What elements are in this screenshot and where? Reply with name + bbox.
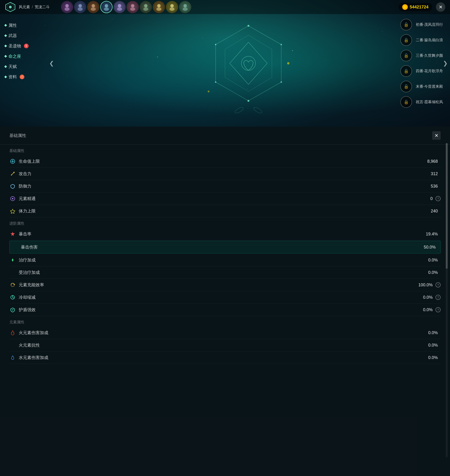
const-name-3: 三番·久世舞夕颜	[416, 53, 443, 58]
stat-row-shield: 护盾强效 0.0% ?	[9, 304, 441, 316]
stat-row-energy: 元素充能效率 100.0% ?	[9, 279, 441, 291]
stat-icon-stamina	[9, 208, 16, 214]
stat-value-em: 0	[430, 196, 433, 201]
constellation-item-3: 🔒 三番·久世舞夕颜	[400, 50, 443, 61]
stat-name-energy: 元素充能效率	[19, 282, 418, 288]
svg-point-10	[104, 7, 109, 11]
stat-name-hp: 生命值上限	[19, 159, 427, 164]
svg-point-11	[118, 4, 121, 7]
stat-icon-hydro	[9, 354, 16, 361]
sidebar-item-weapon[interactable]: 武器	[5, 31, 42, 40]
stat-name-critdmg: 暴击伤害	[21, 244, 424, 250]
stat-icon-inc-healing	[9, 269, 16, 276]
svg-point-32	[215, 44, 216, 45]
svg-point-7	[92, 4, 95, 7]
stat-value-stamina: 240	[431, 209, 438, 214]
close-button-top[interactable]: ✕	[436, 2, 445, 12]
stat-name-em: 元素精通	[19, 196, 430, 202]
char-avatar-4[interactable]	[100, 1, 112, 13]
sidebar-item-talents[interactable]: 天赋	[5, 62, 42, 71]
logo-area: 风元素 / 荒泷二斗	[5, 1, 52, 13]
const-name-4: 四番·花月歌浮舟	[416, 69, 443, 74]
stat-row-em: 元素精通 0 ?	[9, 192, 441, 205]
stat-row-inc-healing: 受治疗加成 0.0%	[9, 266, 441, 279]
info-icon-em[interactable]: ?	[435, 196, 441, 201]
svg-marker-25	[230, 42, 267, 84]
stat-row-hydro-dmg: 水元素伤害加成 0.0%	[9, 351, 441, 364]
sidebar-label-attributes: 属性	[8, 23, 17, 28]
char-avatar-7[interactable]	[140, 1, 152, 13]
info-icon-shield[interactable]: ?	[435, 307, 441, 312]
svg-point-6	[77, 7, 83, 11]
svg-point-38	[11, 174, 12, 175]
svg-point-31	[215, 81, 216, 83]
svg-point-16	[143, 7, 148, 11]
char-avatar-9[interactable]	[166, 1, 178, 13]
char-avatar-3[interactable]	[87, 1, 99, 13]
char-avatar-1[interactable]	[61, 1, 73, 13]
char-avatar-2[interactable]	[74, 1, 86, 13]
top-section: 风元素 / 荒泷二斗	[0, 0, 450, 127]
game-logo	[5, 1, 16, 13]
constellation-item-2: 🔒 二番·簸岛扇白浪	[400, 34, 443, 46]
stat-icon-def	[9, 183, 16, 190]
constellation-item-4: 🔒 四番·花月歌浮舟	[400, 65, 443, 77]
panel-close-button[interactable]: ✕	[432, 131, 441, 140]
stat-value-energy: 100.0%	[418, 283, 433, 287]
stat-name-stamina: 体力上限	[19, 208, 431, 214]
sidebar-item-artifacts[interactable]: 圣遗物 5	[5, 42, 42, 50]
sidebar-item-attributes[interactable]: 属性	[5, 21, 42, 30]
nav-arrow-left[interactable]: ❮	[47, 54, 56, 73]
char-avatar-8[interactable]	[153, 1, 165, 13]
stat-name-atk: 攻击力	[19, 171, 431, 177]
info-icon-energy[interactable]: ?	[435, 282, 441, 287]
const-lock-1: 🔒	[400, 19, 412, 30]
svg-point-34	[253, 106, 263, 114]
currency-amount: 54421724	[410, 5, 428, 10]
char-avatar-10[interactable]	[179, 1, 191, 13]
svg-point-40	[12, 198, 13, 199]
stat-row-pyro-dmg: 火元素伤害加成 0.0%	[9, 327, 441, 339]
svg-point-17	[157, 4, 160, 7]
const-name-2: 二番·簸岛扇白浪	[416, 38, 443, 43]
stat-value-cooldown: 0.0%	[423, 295, 433, 300]
stat-icon-cooldown	[9, 294, 16, 301]
svg-point-30	[248, 100, 249, 102]
info-icon-cooldown[interactable]: ?	[435, 295, 441, 300]
svg-point-19	[170, 4, 174, 7]
constellation-item-5: 🔒 末番·今昔渡来殿	[400, 81, 443, 92]
svg-marker-23	[216, 26, 281, 101]
scrollbar-track[interactable]	[446, 143, 448, 457]
stat-row-pyro-res: 火元素抗性 0.0%	[9, 339, 441, 351]
svg-point-4	[65, 7, 70, 11]
stat-name-pyro-res: 火元素抗性	[19, 342, 428, 348]
stat-row-hp: 生命值上限 8,968	[9, 155, 441, 168]
stat-row-critrate: 暴击率 19.4%	[9, 228, 441, 240]
svg-point-28	[281, 44, 282, 45]
stat-name-critrate: 暴击率	[19, 231, 426, 237]
scrollbar-thumb[interactable]	[446, 143, 448, 269]
stat-value-shield: 0.0%	[423, 307, 433, 312]
char-avatar-6[interactable]	[127, 1, 139, 13]
stat-icon-energy	[9, 282, 16, 288]
svg-point-2	[9, 6, 12, 8]
stat-icon-hp	[9, 158, 16, 165]
stat-value-inc-healing: 0.0%	[428, 270, 438, 275]
sidebar-item-profile[interactable]: 资料 !	[5, 73, 42, 81]
bottom-padding	[9, 364, 441, 411]
sidebar-label-constellation: 命之座	[8, 54, 21, 59]
sidebar-label-talents: 天赋	[8, 64, 17, 69]
stat-value-critdmg: 50.0%	[424, 245, 436, 250]
stat-row-stamina: 体力上限 240	[9, 205, 441, 217]
stat-row-def: 防御力 536	[9, 180, 441, 192]
char-avatar-5[interactable]	[113, 1, 126, 13]
character-tabs	[61, 1, 398, 13]
svg-point-22	[183, 7, 188, 11]
stat-icon-pyro	[9, 329, 16, 336]
sidebar-item-constellation[interactable]: 命之座	[5, 52, 42, 60]
svg-marker-41	[11, 232, 15, 236]
stats-content[interactable]: 基础属性 生命值上限 8,968 攻击力 312 防御力 536	[0, 145, 450, 476]
sidebar-diamond-profile	[4, 76, 7, 78]
svg-point-36	[208, 90, 210, 92]
stat-value-critrate: 19.4%	[426, 232, 438, 237]
